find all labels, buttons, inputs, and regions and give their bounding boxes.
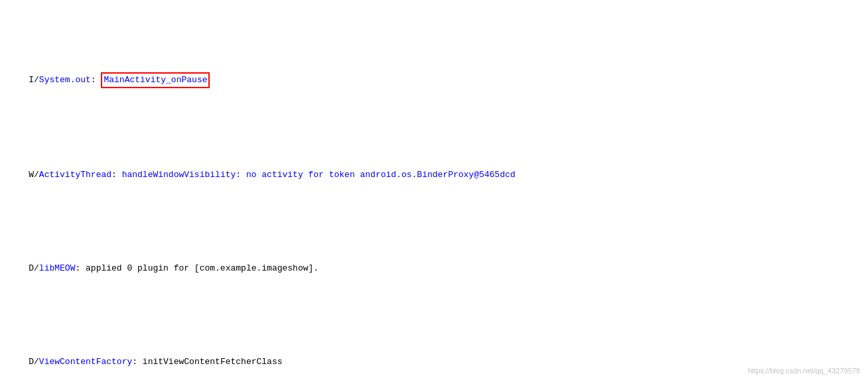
colon-2: : bbox=[111, 170, 122, 180]
watermark: https://blog.csdn.net/qq_43279579 bbox=[748, 367, 860, 375]
log-line-2: W/ActivityThread: handleWindowVisibility… bbox=[8, 155, 860, 195]
log-container: I/System.out: MainActivity_onPause W/Act… bbox=[8, 5, 860, 380]
tag-3: libMEOW bbox=[39, 263, 76, 273]
log-line-1: I/System.out: MainActivity_onPause bbox=[8, 59, 860, 101]
colon-3: : applied 0 plugin for [com.example.imag… bbox=[75, 263, 319, 273]
tag-4: ViewContentFactory bbox=[39, 357, 132, 367]
log-line-4: D/ViewContentFactory: initViewContentFet… bbox=[8, 342, 860, 380]
tag-2: ActivityThread bbox=[39, 170, 111, 180]
prefix-4: D/ bbox=[29, 357, 39, 367]
msg-2: handleWindowVisibility: no activity for … bbox=[122, 170, 516, 180]
colon-1: : bbox=[91, 75, 102, 85]
prefix-2: W/ bbox=[29, 170, 39, 180]
prefix-3: D/ bbox=[29, 263, 39, 273]
prefix-1: I/ bbox=[29, 75, 39, 85]
msg-1: MainActivity_onPause bbox=[104, 75, 207, 85]
highlight-box-1: MainActivity_onPause bbox=[101, 72, 210, 88]
tag-1: System.out bbox=[39, 75, 91, 85]
log-line-3: D/libMEOW: applied 0 plugin for [com.exa… bbox=[8, 249, 860, 288]
colon-4: : initViewContentFetcherClass bbox=[132, 357, 282, 367]
